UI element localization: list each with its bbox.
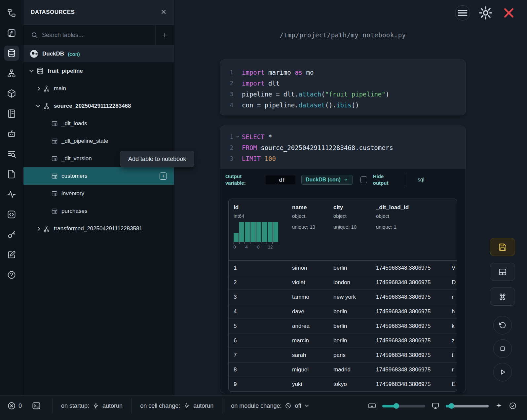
schema-icon <box>43 102 50 110</box>
code-cell-sql[interactable]: 1SELECT *2FROM source_202504291112283468… <box>220 126 466 393</box>
code-editor[interactable]: 1import marimo as mo2import dlt3pipeline… <box>220 67 466 110</box>
activity-help[interactable] <box>4 267 19 283</box>
output-variable-input[interactable]: _df <box>266 175 295 184</box>
code-line[interactable]: 2import dlt <box>220 78 466 89</box>
file-tree-icon <box>7 8 16 18</box>
run-button[interactable] <box>493 363 512 381</box>
activity-datasources[interactable] <box>4 46 19 61</box>
tree-item-source_202504291112283468[interactable]: source_202504291112283468 <box>23 97 174 115</box>
config-on-startup[interactable]: on startup:autorun <box>61 402 123 409</box>
chevron-down-icon <box>305 403 309 407</box>
table-row[interactable]: 4daveberlin1745968348.3806975h <box>229 304 457 319</box>
activity-variables[interactable] <box>4 146 19 162</box>
terminal-button[interactable] <box>32 401 41 410</box>
tree-item-purchases[interactable]: purchases <box>23 202 174 220</box>
column-header-city[interactable]: cityobjectunique: 10 <box>328 199 371 260</box>
engine-dropdown-value: DuckDB (con) <box>306 177 341 183</box>
settings-button[interactable] <box>478 5 493 20</box>
duckdb-logo-icon <box>29 49 39 58</box>
activity-file-tree[interactable] <box>4 5 19 20</box>
activity-icon <box>7 190 16 199</box>
search-row <box>23 25 174 46</box>
save-button[interactable] <box>490 238 515 256</box>
connection-row-duckdb[interactable]: DuckDB (con) <box>23 46 174 62</box>
code-line[interactable]: 1SELECT * <box>220 131 466 142</box>
undo-button[interactable] <box>493 316 512 334</box>
activity-scratchpad[interactable] <box>4 247 19 262</box>
bolt-icon <box>183 402 190 409</box>
sparkle-icon[interactable] <box>495 402 503 410</box>
table-row[interactable]: 1simonberlin1745968348.3806975V <box>229 261 457 275</box>
add-datasource-button[interactable] <box>155 25 174 45</box>
datasources-panel-header: DATASOURCES <box>23 0 174 25</box>
table-row[interactable]: 6marcinberlin1745968348.3806975z <box>229 333 457 348</box>
column-header-clipped[interactable] <box>447 199 457 260</box>
tree-item-main[interactable]: main <box>23 80 174 97</box>
column-header-name[interactable]: nameobjectunique: 13 <box>287 199 328 260</box>
connection-alias: (con) <box>68 51 80 57</box>
add-table-button[interactable]: + <box>160 172 167 180</box>
hide-output-checkbox[interactable] <box>360 176 367 183</box>
table-row[interactable]: 8miguelmadrid1745968348.3806975r <box>229 363 457 377</box>
config-on-module-change[interactable]: on module change:off <box>231 402 308 409</box>
panel-close-button[interactable] <box>160 9 167 16</box>
activity-dependencies[interactable] <box>4 66 19 81</box>
sql-editor[interactable]: 1SELECT *2FROM source_202504291112283468… <box>220 126 466 169</box>
activity-functions[interactable] <box>4 25 19 41</box>
menu-button[interactable] <box>455 5 470 20</box>
stop-button[interactable] <box>493 339 512 358</box>
table-row[interactable]: 5andreaberlin1745968348.3806975k <box>229 319 457 333</box>
table-row[interactable]: 2violetlondon1745968348.3806975D <box>229 275 457 290</box>
app-window: DATASOURCES DuckDB (con) fruit_pipelinem… <box>0 0 527 420</box>
table-icon <box>51 173 58 179</box>
table-row[interactable]: 9yukitokyo1745968348.3806975E <box>229 377 457 392</box>
output-variable-label: Output variable: <box>225 173 260 187</box>
config-on-cell-change[interactable]: on cell change:autorun <box>140 402 213 409</box>
line-number: 2 <box>220 144 233 151</box>
keyboard-icon[interactable] <box>368 402 376 410</box>
search-tables-input[interactable] <box>38 32 155 39</box>
activity-documentation[interactable] <box>4 106 19 121</box>
engine-dropdown[interactable]: DuckDB (con) <box>301 175 353 185</box>
tree-item-_dlt_loads[interactable]: _dlt_loads <box>23 115 174 132</box>
app-close-button[interactable] <box>501 5 516 20</box>
column-header-id[interactable]: idint6404812 <box>229 199 287 260</box>
activity-files[interactable] <box>4 167 19 182</box>
command-palette-button[interactable] <box>490 287 515 306</box>
tree-item-_dlt_version[interactable]: _dlt_version <box>23 150 174 167</box>
layout-button[interactable] <box>490 263 515 281</box>
code-line[interactable]: 3LIMIT 100 <box>220 153 466 164</box>
display-icon[interactable] <box>432 402 439 410</box>
sql-output-controls: Output variable: _df DuckDB (con) Hide o… <box>220 169 466 191</box>
compose-icon <box>7 250 16 259</box>
fold-chevron-icon[interactable] <box>236 134 240 139</box>
cell-output: idint6404812nameobjectunique: 13cityobje… <box>220 191 466 392</box>
code-cell-setup[interactable]: 1import marimo as mo2import dlt3pipeline… <box>220 59 466 115</box>
status-ok-icon[interactable] <box>509 402 517 410</box>
activity-tracing[interactable] <box>4 187 19 202</box>
tree-item-customers[interactable]: customers+ <box>23 167 174 185</box>
tree-item-_dlt_pipeline_state[interactable]: _dlt_pipeline_state <box>23 132 174 150</box>
activity-packages[interactable] <box>4 86 19 101</box>
error-counter[interactable]: 0 <box>7 401 22 410</box>
code-line[interactable]: 1import marimo as mo <box>220 67 466 78</box>
code-line[interactable]: 3pipeline = dlt.attach("fruit_pipeline") <box>220 89 466 99</box>
book-icon <box>7 109 16 118</box>
activity-snippets[interactable] <box>4 207 19 222</box>
tree-item-transformed_202504291112283581[interactable]: transformed_202504291112283581 <box>23 220 174 237</box>
language-label[interactable]: sql <box>418 177 424 183</box>
table-row[interactable]: 7sarahparis1745968348.3806975t <box>229 348 457 363</box>
chevron-down-icon <box>344 177 348 182</box>
code-line[interactable]: 2FROM source_202504291112283468.customer… <box>220 142 466 153</box>
column-header-_dlt_load_id[interactable]: _dlt_load_idobjectunique: 1 <box>371 199 447 260</box>
keyboard-size-slider[interactable] <box>382 403 425 409</box>
activity-ai-assistant[interactable] <box>4 126 19 141</box>
tree-item-inventory[interactable]: inventory <box>23 185 174 202</box>
tree-item-fruit_pipeline[interactable]: fruit_pipeline <box>23 62 174 80</box>
table-icon <box>51 190 58 197</box>
code-line[interactable]: 4con = pipeline.dataset().ibis() <box>220 99 466 110</box>
activity-secrets[interactable] <box>4 227 19 242</box>
statusbar-divider <box>222 398 222 413</box>
display-size-slider[interactable] <box>446 403 489 409</box>
table-row[interactable]: 3tammonew york1745968348.3806975r <box>229 290 457 304</box>
